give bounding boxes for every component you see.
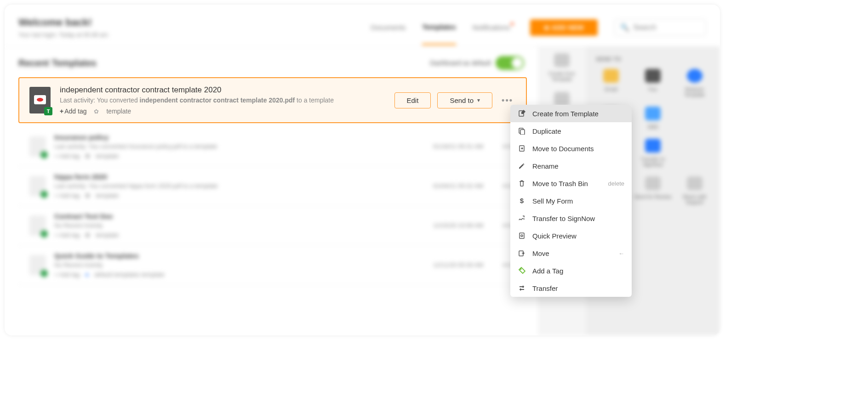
menu-move-to-trash[interactable]: Move to Trash Bin delete [510,175,632,192]
svg-rect-5 [520,233,524,238]
send-to-button[interactable]: Send to ▾ [437,92,492,108]
row-meta: Insurance policy Last activity: You conv… [54,133,425,159]
trash-icon [518,179,526,187]
signnow-icon [645,139,661,153]
tag-icon [518,267,526,275]
row-tags: + Add tag ✿template [54,153,425,159]
template-badge-icon: T [44,107,52,115]
row-date: 01/18/21 05:31 AM [433,143,483,150]
row-meta: Quick Guide to Templates No Recent Activ… [54,252,425,278]
selected-tag-row: +Add tag ✿ template [60,108,385,115]
section-title: Recent Templates [18,58,430,68]
selected-thumb: T [29,87,51,113]
doc-thumb-icon [29,216,46,236]
rename-icon [518,162,526,170]
dollar-icon: $ [518,197,526,205]
dashboard-default-label: Dashboard as default [430,59,491,67]
selected-template-row[interactable]: T independent contractor contract templa… [18,77,527,123]
selected-activity: Last activity: You converted independent… [60,96,385,104]
tile-notarize[interactable]: Notarize Template [675,69,714,97]
sms-icon [645,107,661,120]
template-row[interactable]: hippa form 2020 Last activity: You conve… [18,166,524,206]
copy-icon [518,127,526,135]
tile-review[interactable]: Send for Review [634,176,672,205]
svg-point-8 [520,269,521,270]
dashboard-default-toggle[interactable] [496,56,524,70]
add-new-button[interactable]: ⊕ ADD NEW [530,19,598,36]
email-icon [603,69,619,83]
menu-duplicate[interactable]: Duplicate [510,122,632,140]
nav-notifications[interactable]: Notifications [473,23,514,44]
review-icon [645,176,661,190]
support-icon [687,176,702,190]
menu-move-to-documents[interactable]: Move to Documents [510,140,632,157]
context-menu: Create from Template Duplicate Move to D… [510,105,632,297]
menu-create-from-template[interactable]: Create from Template [510,105,632,122]
menu-hint: delete [608,180,624,187]
menu-add-tag[interactable]: Add a Tag [510,262,632,279]
svg-text:$: $ [520,197,524,204]
row-sub: No Recent Activity [54,261,425,268]
row-meta: hippa form 2020 Last activity: You conve… [54,173,425,199]
template-row[interactable]: Quick Guide to Templates No Recent Activ… [18,245,524,285]
section-header: Recent Templates Dashboard as default [18,56,524,70]
welcome-title: Welcome back! [18,17,371,28]
preview-icon [518,232,526,240]
transfer-icon [518,284,526,292]
chevron-down-icon: ▾ [477,97,480,103]
row-title: Quick Guide to Templates [54,252,425,260]
nav-templates[interactable]: Templates [422,23,456,45]
search-icon: 🔍 [620,23,629,32]
menu-sell-my-form[interactable]: $ Sell My Form [510,192,632,210]
edit-button[interactable]: Edit [394,92,431,108]
more-actions-button[interactable]: ••• [499,96,516,105]
menu-transfer[interactable]: Transfer [510,279,632,297]
search-placeholder: Search [633,23,657,32]
row-sub: Last activity: You converted Insurance p… [54,143,425,150]
tile-sms[interactable]: SMS [634,107,672,130]
send-to-title: SEND TO [592,53,714,69]
row-title: Insurance policy [54,133,425,141]
menu-rename[interactable]: Rename [510,157,632,175]
row-date: 12/11/20 05:30 AM [433,261,483,268]
row-title: Contract Test Doc [54,212,425,220]
tile-email[interactable]: Email [592,69,630,97]
app-window: Welcome back! Your last login: Today at … [5,5,720,335]
row-date: 01/04/21 05:32 AM [433,182,483,189]
create-template-icon [554,53,570,67]
header: Welcome back! Your last login: Today at … [5,5,720,47]
tile-empty [675,107,714,130]
edit-doc-icon [518,109,526,118]
row-date: 12/15/20 10:08 AM [433,222,483,229]
template-row[interactable]: Contract Test Doc No Recent Activity + A… [18,206,524,245]
selected-buttons: Edit Send to ▾ ••• [394,92,516,108]
last-login: Your last login: Today at 05:48 am [18,31,371,38]
row-sub: No Recent Activity [54,222,425,229]
tag-template: template [106,108,131,115]
menu-transfer-signnow[interactable]: Transfer to SignNow [510,210,632,227]
row-meta: Contract Test Doc No Recent Activity + A… [54,212,425,238]
template-row[interactable]: Insurance policy Last activity: You conv… [18,127,524,166]
svg-rect-2 [520,130,525,135]
move-docs-icon [518,144,526,153]
doc-thumb-icon [29,255,46,275]
notarize-icon [687,69,702,83]
sidebar-action[interactable] [554,92,570,106]
search-input[interactable]: 🔍 Search [614,19,706,36]
move-icon [518,249,526,257]
menu-hint: ← [618,250,624,257]
sidebar-create-from-template[interactable]: Create from Template [538,53,586,82]
tile-support[interactable]: Share with Support [675,176,714,205]
tile-fax[interactable]: Fax [634,69,672,97]
doc-thumb-icon [29,136,46,157]
tile-signnow[interactable]: Transfer to SignNow [634,139,672,167]
gear-icon[interactable]: ✿ [94,108,99,115]
fax-icon [645,69,661,83]
menu-move[interactable]: Move ← [510,244,632,262]
menu-quick-preview[interactable]: Quick Preview [510,227,632,244]
nav-documents[interactable]: Documents [371,23,406,44]
row-tags: + Add tag ✿template [54,232,425,238]
add-tag-button[interactable]: +Add tag [60,108,86,115]
header-left: Welcome back! Your last login: Today at … [18,17,371,38]
row-tags: + Add tag ●default templates template [54,271,425,278]
